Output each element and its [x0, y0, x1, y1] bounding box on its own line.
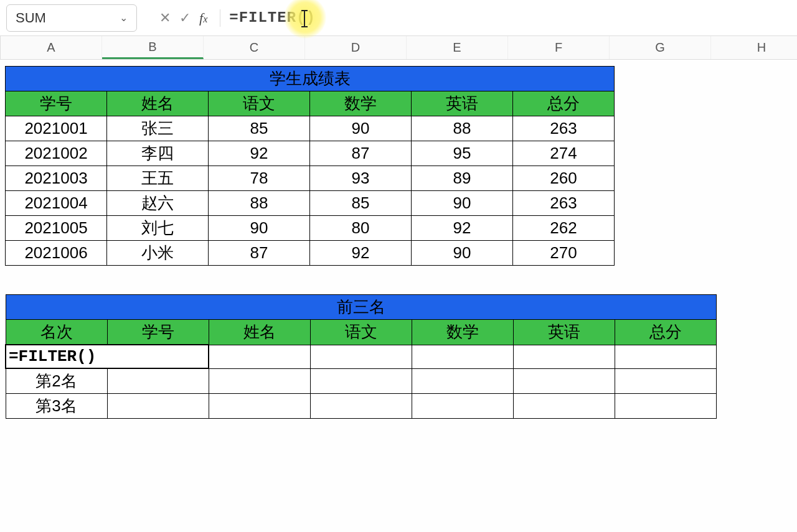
- cell[interactable]: 刘七: [107, 216, 209, 241]
- column-header-F[interactable]: F: [508, 36, 610, 59]
- table2-h6: 总分: [615, 320, 716, 345]
- accept-icon[interactable]: ✓: [179, 10, 191, 26]
- table-row[interactable]: 2021004赵六888590263: [6, 191, 615, 216]
- cell[interactable]: [310, 345, 412, 368]
- table-row[interactable]: 2021002李四928795274: [6, 141, 615, 166]
- cell[interactable]: [209, 368, 310, 394]
- table1-h5: 总分: [513, 91, 615, 116]
- table2-h4: 数学: [412, 320, 513, 345]
- column-header-G[interactable]: G: [610, 36, 711, 59]
- cell[interactable]: 2021001: [6, 116, 107, 141]
- cell[interactable]: 2021002: [6, 141, 107, 166]
- cell[interactable]: [615, 394, 716, 419]
- cell[interactable]: 92: [310, 241, 412, 266]
- column-header-E[interactable]: E: [407, 36, 508, 59]
- cell[interactable]: [107, 368, 209, 394]
- cell[interactable]: [310, 368, 412, 394]
- table-row[interactable]: 2021001张三859088263: [6, 116, 615, 141]
- cell[interactable]: 78: [209, 166, 310, 191]
- table1-header-row: 学号 姓名 语文 数学 英语 总分: [6, 91, 615, 116]
- table-row[interactable]: 第3名: [6, 394, 716, 419]
- table1-h2: 语文: [209, 91, 310, 116]
- table2-h5: 英语: [513, 320, 615, 345]
- cell[interactable]: 262: [513, 216, 615, 241]
- formula-input[interactable]: =FILTER(): [224, 9, 791, 26]
- cell[interactable]: 小米: [107, 241, 209, 266]
- column-header-B[interactable]: B: [102, 36, 204, 59]
- table1-title: 学生成绩表: [6, 67, 615, 91]
- cell[interactable]: 赵六: [107, 191, 209, 216]
- cell[interactable]: 263: [513, 116, 615, 141]
- cell[interactable]: 2021005: [6, 216, 107, 241]
- cell[interactable]: 274: [513, 141, 615, 166]
- cancel-icon[interactable]: ✕: [159, 10, 171, 26]
- cell[interactable]: [513, 394, 615, 419]
- cell[interactable]: [412, 368, 513, 394]
- cell[interactable]: 87: [209, 241, 310, 266]
- column-header-C[interactable]: C: [204, 36, 305, 59]
- table-row[interactable]: =FILTER(): [6, 345, 716, 368]
- table2-title: 前三名: [6, 295, 716, 320]
- table2-header-row: 名次 学号 姓名 语文 数学 英语 总分: [6, 320, 716, 345]
- cell[interactable]: 88: [209, 191, 310, 216]
- cell[interactable]: 260: [513, 166, 615, 191]
- cell[interactable]: 90: [310, 116, 412, 141]
- cell[interactable]: [412, 345, 513, 368]
- cell[interactable]: 90: [209, 216, 310, 241]
- editing-cell[interactable]: =FILTER(): [6, 345, 209, 368]
- text-cursor-icon: [301, 10, 308, 27]
- cell[interactable]: 87: [310, 141, 412, 166]
- cell[interactable]: 第3名: [6, 394, 107, 419]
- cell[interactable]: 93: [310, 166, 412, 191]
- cell[interactable]: 85: [209, 116, 310, 141]
- cell[interactable]: 85: [310, 191, 412, 216]
- cell[interactable]: 90: [412, 241, 513, 266]
- cell[interactable]: [107, 394, 209, 419]
- table2-h0: 名次: [6, 320, 107, 345]
- formula-bar-controls: ✕ ✓ fx: [159, 9, 224, 27]
- table-row[interactable]: 2021003王五789389260: [6, 166, 615, 191]
- cell[interactable]: [615, 345, 716, 368]
- cell[interactable]: [412, 394, 513, 419]
- column-header-H[interactable]: H: [711, 36, 797, 59]
- cell[interactable]: 89: [412, 166, 513, 191]
- cell[interactable]: 80: [310, 216, 412, 241]
- name-box[interactable]: SUM ⌄: [6, 4, 137, 32]
- table1-h1: 姓名: [107, 91, 209, 116]
- cell[interactable]: [310, 394, 412, 419]
- spreadsheet-grid[interactable]: ABCDEFGH 学生成绩表 学号 姓名 语文 数学 英语 总分 2021001…: [0, 36, 797, 532]
- formula-bar: SUM ⌄ ✕ ✓ fx =FILTER(): [0, 0, 797, 36]
- cell[interactable]: [615, 368, 716, 394]
- table-row[interactable]: 2021005刘七908092262: [6, 216, 615, 241]
- cell[interactable]: 270: [513, 241, 615, 266]
- cell[interactable]: 263: [513, 191, 615, 216]
- table2-h3: 语文: [310, 320, 412, 345]
- table-row[interactable]: 2021006小米879290270: [6, 241, 615, 266]
- table1-h3: 数学: [310, 91, 412, 116]
- cell[interactable]: 2021006: [6, 241, 107, 266]
- fx-icon[interactable]: fx: [199, 10, 207, 26]
- cell[interactable]: [209, 345, 310, 368]
- cell[interactable]: [513, 345, 615, 368]
- name-box-value: SUM: [16, 10, 46, 26]
- cell[interactable]: 李四: [107, 141, 209, 166]
- separator: [220, 9, 220, 27]
- chevron-down-icon[interactable]: ⌄: [120, 12, 128, 24]
- cell[interactable]: 王五: [107, 166, 209, 191]
- cell[interactable]: [209, 394, 310, 419]
- cell[interactable]: 张三: [107, 116, 209, 141]
- table-row[interactable]: 第2名: [6, 368, 716, 394]
- table2-h1: 学号: [107, 320, 209, 345]
- cell[interactable]: 92: [412, 216, 513, 241]
- cell[interactable]: 2021003: [6, 166, 107, 191]
- table-scores: 学生成绩表 学号 姓名 语文 数学 英语 总分 2021001张三8590882…: [5, 66, 615, 266]
- cell[interactable]: [513, 368, 615, 394]
- cell[interactable]: 92: [209, 141, 310, 166]
- cell[interactable]: 90: [412, 191, 513, 216]
- column-header-D[interactable]: D: [305, 36, 407, 59]
- column-header-A[interactable]: A: [1, 36, 102, 59]
- cell[interactable]: 2021004: [6, 191, 107, 216]
- cell[interactable]: 88: [412, 116, 513, 141]
- cell[interactable]: 第2名: [6, 368, 107, 394]
- cell[interactable]: 95: [412, 141, 513, 166]
